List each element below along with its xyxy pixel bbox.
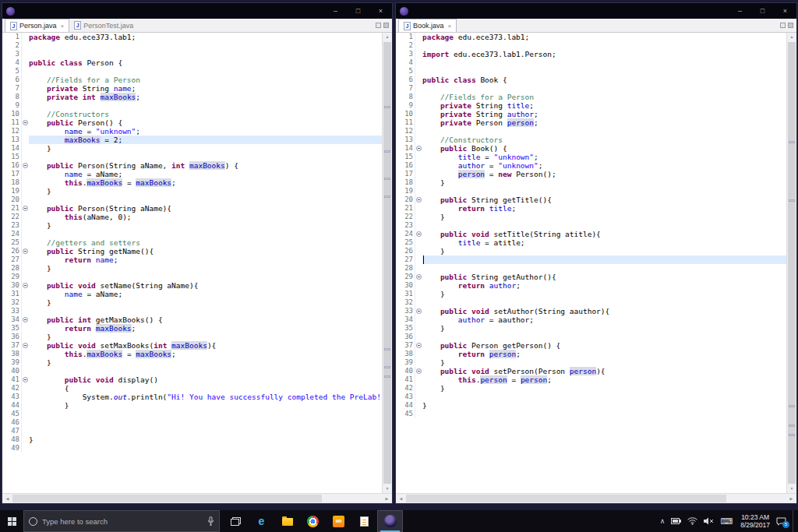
code-line[interactable]: 46 — [2, 418, 382, 427]
code-line[interactable]: 40 public void setPerson(Person person){ — [396, 367, 786, 375]
code-text[interactable] — [422, 298, 786, 307]
code-line[interactable]: 32 — [396, 298, 786, 307]
code-line[interactable]: 27 return name; — [2, 255, 382, 264]
fold-marker-icon[interactable] — [23, 317, 28, 322]
code-line[interactable]: 31 name = aName; — [2, 290, 382, 298]
line-number[interactable]: 32 — [2, 298, 21, 307]
code-line[interactable]: 19 } — [2, 187, 382, 196]
code-line[interactable]: 47 — [2, 427, 382, 435]
line-number[interactable]: 12 — [396, 127, 415, 136]
line-number[interactable]: 8 — [2, 93, 21, 101]
code-text[interactable]: name = "unknown"; — [29, 127, 382, 136]
code-line[interactable]: 2 — [2, 41, 382, 50]
scroll-left-icon[interactable]: ◀ — [2, 494, 12, 503]
code-line[interactable]: 41 this.person = person; — [396, 375, 786, 384]
code-line[interactable]: 10 //Constructors — [2, 110, 382, 118]
code-line[interactable]: 26 public String getName(){ — [2, 247, 382, 255]
code-line[interactable]: 26 } — [396, 247, 786, 255]
occurrence-marker[interactable] — [384, 178, 390, 180]
line-number[interactable]: 7 — [2, 84, 21, 93]
code-text[interactable] — [29, 410, 382, 418]
task-view-button[interactable] — [223, 510, 249, 532]
occurrence-marker[interactable] — [384, 150, 390, 153]
maximize-button[interactable]: □ — [347, 3, 369, 19]
line-number[interactable]: 7 — [396, 84, 415, 93]
code-line[interactable]: 39 } — [396, 358, 786, 367]
line-number[interactable]: 24 — [396, 230, 415, 238]
code-text[interactable] — [422, 410, 786, 418]
occurrence-marker[interactable] — [384, 106, 390, 108]
close-button[interactable]: × — [774, 3, 796, 19]
code-line[interactable]: 11 public Person() { — [2, 118, 382, 127]
code-line[interactable]: 11 private Person person; — [396, 118, 786, 127]
code-text[interactable]: public String getName(){ — [29, 247, 382, 255]
line-number[interactable]: 4 — [2, 58, 21, 67]
line-number[interactable]: 26 — [2, 247, 21, 255]
code-line[interactable]: 20 — [2, 196, 382, 204]
code-line[interactable]: 2 — [396, 41, 786, 50]
code-text[interactable]: private String author; — [422, 110, 786, 118]
code-line[interactable]: 42 { — [2, 384, 382, 393]
line-number[interactable]: 5 — [2, 67, 21, 76]
fold-marker-icon[interactable] — [416, 343, 422, 348]
fold-marker-icon[interactable] — [416, 368, 422, 374]
code-text[interactable]: public void setName(String aName){ — [29, 281, 382, 290]
code-line[interactable]: 30 public void setName(String aName){ — [2, 281, 382, 290]
tab-persontest-java[interactable]: J PersonTest.java — [69, 19, 138, 32]
scrollbar-thumb[interactable] — [406, 495, 726, 502]
line-number[interactable]: 15 — [2, 153, 21, 161]
horizontal-scrollbar[interactable]: ◀ ▶ — [396, 493, 796, 503]
code-line[interactable]: 34 public int getMaxBooks() { — [2, 315, 382, 324]
line-number[interactable]: 20 — [2, 196, 21, 204]
code-text[interactable] — [422, 221, 786, 230]
code-text[interactable] — [29, 418, 382, 427]
code-text[interactable]: this.person = person; — [422, 375, 786, 384]
code-line[interactable]: 36 } — [2, 333, 382, 341]
code-area[interactable]: 1package edu.ece373.lab1;23import edu.ec… — [396, 33, 786, 493]
code-text[interactable]: author = "unknown"; — [422, 161, 786, 170]
code-text[interactable]: //Constructors — [29, 110, 382, 118]
line-number[interactable]: 48 — [2, 435, 21, 444]
code-text[interactable]: } — [422, 290, 786, 298]
code-line[interactable]: 14 public Book() { — [396, 144, 786, 153]
code-text[interactable]: author = aauthor; — [422, 315, 786, 324]
show-desktop-button[interactable] — [793, 510, 796, 532]
line-number[interactable]: 29 — [396, 273, 415, 281]
scrollbar-thumb[interactable] — [383, 42, 391, 484]
occurrence-marker[interactable] — [384, 196, 390, 198]
code-text[interactable]: this.maxBooks = maxBooks; — [29, 350, 382, 358]
code-text[interactable]: public Person(String aName){ — [29, 204, 382, 213]
line-number[interactable]: 37 — [2, 341, 21, 350]
code-text[interactable]: public String getAuthor(){ — [422, 273, 786, 281]
occurrence-marker[interactable] — [789, 434, 795, 436]
scrollbar-thumb[interactable] — [12, 495, 322, 502]
minimize-button[interactable]: – — [324, 3, 347, 19]
tab-close-icon[interactable]: × — [448, 23, 452, 30]
line-number[interactable]: 17 — [396, 170, 415, 178]
code-text[interactable] — [422, 187, 786, 196]
line-number[interactable]: 39 — [396, 358, 415, 367]
code-text[interactable]: } — [422, 178, 786, 187]
line-number[interactable]: 29 — [2, 273, 21, 281]
line-number[interactable]: 28 — [396, 264, 415, 273]
code-text[interactable]: } — [422, 247, 786, 255]
code-text[interactable]: this(aName, 0); — [29, 213, 382, 221]
code-line[interactable]: 29 — [2, 273, 382, 281]
code-text[interactable] — [422, 41, 786, 50]
line-number[interactable]: 44 — [2, 401, 21, 410]
code-line[interactable]: 17 person = new Person(); — [396, 170, 786, 178]
code-line[interactable]: 15 — [2, 153, 382, 161]
code-line[interactable]: 39 } — [2, 358, 382, 367]
code-line[interactable]: 32 } — [2, 298, 382, 307]
code-text[interactable]: public void setMaxBooks(int maxBooks){ — [29, 341, 382, 350]
code-line[interactable]: 45 — [2, 410, 382, 418]
taskbar-clock[interactable]: 10:23 AM 8/29/2017 — [740, 513, 770, 529]
code-line[interactable]: 9 private String title; — [396, 101, 786, 110]
code-text[interactable]: return name; — [29, 255, 382, 264]
code-text[interactable] — [422, 127, 786, 136]
scroll-down-icon[interactable]: ▼ — [787, 484, 796, 493]
code-text[interactable]: public Book() { — [422, 144, 786, 153]
maximize-view-icon[interactable] — [788, 23, 793, 28]
fold-marker-icon[interactable] — [23, 120, 28, 125]
eclipse-taskbar-button[interactable] — [377, 510, 403, 532]
